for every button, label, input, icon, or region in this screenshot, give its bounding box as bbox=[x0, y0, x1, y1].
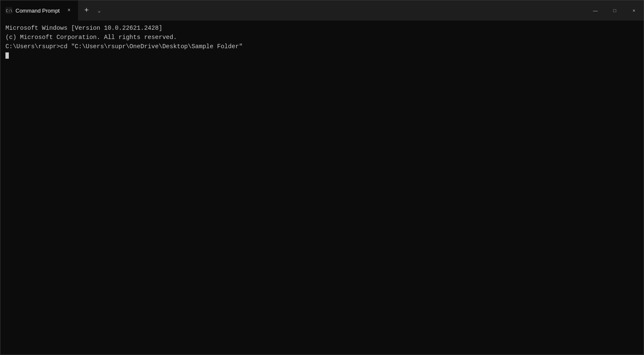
svg-text:C:\: C:\ bbox=[6, 9, 12, 13]
terminal-line-4: C:\Users\rsupr>cd "C:\Users\rsupr\OneDri… bbox=[5, 42, 639, 52]
window-controls: — □ × bbox=[586, 0, 644, 21]
tab-area: C:\ Command Prompt × + ⌄ bbox=[0, 0, 586, 21]
tab-title-label: Command Prompt bbox=[16, 8, 60, 14]
terminal-cursor-line bbox=[5, 51, 639, 60]
maximize-button[interactable]: □ bbox=[605, 0, 624, 21]
terminal-body[interactable]: Microsoft Windows [Version 10.0.22621.24… bbox=[0, 21, 644, 355]
tab-dropdown-button[interactable]: ⌄ bbox=[93, 5, 105, 16]
window-close-button[interactable]: × bbox=[624, 0, 644, 21]
cmd-icon: C:\ bbox=[5, 7, 12, 14]
new-tab-button[interactable]: + bbox=[80, 4, 93, 17]
minimize-button[interactable]: — bbox=[586, 0, 605, 21]
terminal-line-2: (c) Microsoft Corporation. All rights re… bbox=[5, 33, 639, 42]
terminal-window: C:\ Command Prompt × + ⌄ — □ × Microsoft… bbox=[0, 0, 644, 355]
titlebar: C:\ Command Prompt × + ⌄ — □ × bbox=[0, 0, 644, 21]
tab-close-button[interactable]: × bbox=[65, 6, 73, 15]
active-tab[interactable]: C:\ Command Prompt × bbox=[0, 0, 78, 21]
terminal-cursor bbox=[5, 52, 9, 59]
terminal-line-1: Microsoft Windows [Version 10.0.22621.24… bbox=[5, 24, 639, 33]
